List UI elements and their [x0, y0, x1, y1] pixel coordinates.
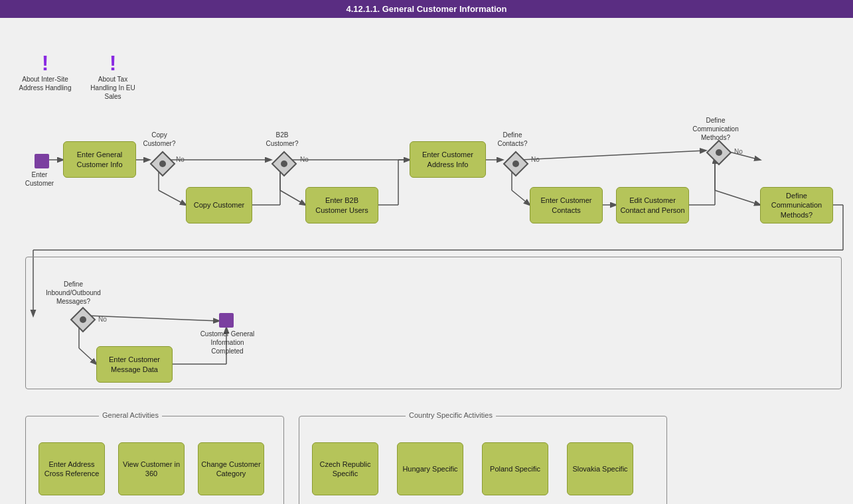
- copy-customer-box[interactable]: Copy Customer: [186, 187, 252, 223]
- svg-line-14: [521, 151, 706, 160]
- enter-comm-box[interactable]: Define Communication Methods?: [760, 187, 833, 223]
- svg-line-16: [512, 190, 530, 205]
- view-customer-360-box[interactable]: View Customer in 360: [118, 442, 185, 495]
- enter-b2b-box[interactable]: Enter B2B Customer Users: [305, 187, 378, 223]
- general-activities-title: General Activities: [99, 411, 162, 419]
- country-activities-title: Country Specific Activities: [406, 411, 496, 419]
- b2b-no-label: No: [300, 156, 309, 163]
- enter-general-label: Enter General Customer Info: [66, 150, 133, 169]
- comm-diamond-label: DefineCommunicationMethods?: [689, 116, 742, 142]
- svg-point-39: [716, 149, 722, 156]
- comm-no-label: No: [734, 148, 743, 155]
- enter-contacts-box[interactable]: Enter Customer Contacts: [530, 187, 603, 223]
- change-category-box[interactable]: Change Customer Category: [198, 442, 264, 495]
- title-bar: 4.12.1.1. General Customer Information: [0, 0, 853, 18]
- poland-specific-label: Poland Specific: [490, 464, 540, 473]
- icon-taxhandling[interactable]: ! About Tax Handling In EU Sales: [86, 52, 139, 101]
- hungary-specific-label: Hungary Specific: [402, 464, 457, 473]
- inbound-no-label: No: [98, 316, 107, 323]
- slovakia-specific-box[interactable]: Slovakia Specific: [567, 442, 633, 495]
- enter-comm-label: Define Communication Methods?: [763, 191, 830, 220]
- edit-contact-box[interactable]: Edit Customer Contact and Person: [616, 187, 689, 223]
- enter-address-xref-box[interactable]: Enter Address Cross Reference: [39, 442, 105, 495]
- icon-intersite[interactable]: ! About Inter-Site Address Handling: [19, 52, 72, 92]
- diamond-contacts: [503, 151, 529, 180]
- enter-msg-label: Enter Customer Message Data: [100, 355, 169, 374]
- icon-taxhandling-label: About Tax Handling In EU Sales: [86, 75, 139, 101]
- svg-line-22: [715, 190, 760, 205]
- czech-specific-box[interactable]: Czech Republic Specific: [312, 442, 378, 495]
- enter-general-box[interactable]: Enter General Customer Info: [63, 141, 136, 178]
- enter-address-box[interactable]: Enter Customer Address Info: [410, 141, 486, 178]
- diamond-inbound: [70, 306, 96, 336]
- diamond-copy-customer: [149, 151, 176, 180]
- svg-line-4: [159, 190, 186, 205]
- enter-contacts-label: Enter Customer Contacts: [533, 196, 599, 215]
- b2b-diamond-label: B2BCustomer?: [262, 131, 302, 148]
- enter-address-label: Enter Customer Address Info: [413, 150, 483, 169]
- svg-point-41: [80, 316, 86, 323]
- copy-no-label: No: [176, 156, 185, 163]
- enter-msg-box[interactable]: Enter Customer Message Data: [96, 346, 173, 383]
- icon-intersite-label: About Inter-Site Address Handling: [19, 75, 72, 92]
- svg-point-35: [281, 160, 287, 167]
- diamond-comm: [706, 139, 732, 168]
- contacts-no-label: No: [531, 156, 540, 163]
- enter-customer-start: [35, 154, 49, 168]
- svg-point-37: [512, 160, 519, 167]
- copy-customer-diamond-label: CopyCustomer?: [139, 131, 179, 148]
- change-category-label: Change Customer Category: [201, 460, 261, 479]
- czech-specific-label: Czech Republic Specific: [315, 460, 375, 479]
- page-title: 4.12.1.1. General Customer Information: [346, 4, 506, 14]
- poland-specific-box[interactable]: Poland Specific: [482, 442, 548, 495]
- end-rect: [219, 313, 234, 328]
- edit-contact-label: Edit Customer Contact and Person: [619, 196, 686, 215]
- enter-b2b-label: Enter B2B Customer Users: [309, 196, 375, 215]
- hungary-specific-box[interactable]: Hungary Specific: [397, 442, 463, 495]
- diamond-b2b: [271, 151, 297, 180]
- svg-point-33: [159, 160, 166, 167]
- enter-customer-label: EnterCustomer: [21, 170, 58, 188]
- inbound-diamond-label: DefineInbound/OutboundMessages?: [45, 280, 102, 306]
- copy-customer-label: Copy Customer: [194, 200, 244, 210]
- enter-address-xref-label: Enter Address Cross Reference: [42, 460, 102, 479]
- contacts-diamond-label: DefineContacts?: [493, 131, 532, 148]
- slovakia-specific-label: Slovakia Specific: [572, 464, 627, 473]
- svg-line-9: [280, 190, 305, 205]
- view-customer-360-label: View Customer in 360: [121, 460, 181, 479]
- end-label: Customer GeneralInformationCompleted: [196, 330, 259, 355]
- main-canvas: ! About Inter-Site Address Handling ! Ab…: [0, 18, 853, 502]
